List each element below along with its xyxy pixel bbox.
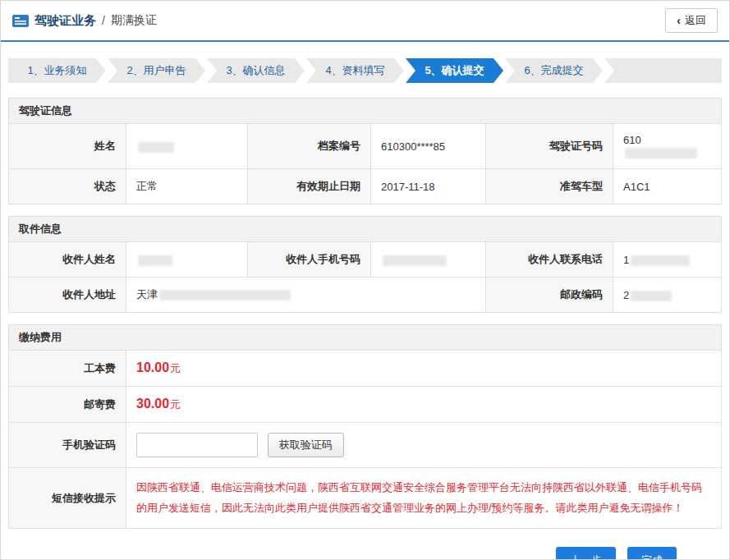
field-value-license-number: 610: [613, 124, 722, 169]
fee-amount: 10.00: [136, 360, 169, 374]
sms-notice-text: 因陕西省联通、电信运营商技术问题，陕西省互联网交通安全综合服务管理平台无法向持陕…: [136, 478, 711, 518]
pickup-info-table: 收件人姓名 收件人手机号码 收件人联系电话 1 收件人地址 天津 邮政编码 2: [8, 241, 722, 313]
field-value-name: [126, 124, 248, 169]
fee-value-production: 10.00元: [126, 351, 722, 387]
step-6-complete-submit[interactable]: 6、完成提交: [505, 58, 603, 83]
table-row: 姓名 档案编号 610300****85 驾驶证号码 610: [9, 124, 722, 169]
fee-unit: 元: [170, 398, 181, 411]
page-subtitle: 期满换证: [111, 13, 157, 28]
section-title: 取件信息: [8, 216, 722, 242]
step-5-confirm-submit[interactable]: 5、确认提交: [406, 58, 503, 83]
redacted-value: [138, 142, 174, 153]
sms-notice-cell: 因陕西省联通、电信运营商技术问题，陕西省互联网交通安全综合服务管理平台无法向持陕…: [126, 468, 722, 529]
section-pickup-info: 取件信息 收件人姓名 收件人手机号码 收件人联系电话 1 收件人地址 天津 邮政…: [8, 216, 722, 313]
previous-step-button[interactable]: 上一步: [556, 547, 616, 560]
field-label-file-number: 档案编号: [248, 124, 371, 169]
field-value-recipient-name: [126, 242, 248, 278]
field-value-file-number: 610300****85: [371, 124, 486, 169]
field-value-postal-code: 2: [613, 278, 722, 313]
redacted-value: [631, 291, 672, 301]
section-license-info: 驾驶证信息 姓名 档案编号 610300****85 驾驶证号码 610 状态 …: [8, 98, 722, 204]
fee-unit: 元: [170, 362, 181, 374]
field-value-recipient-phone: 1: [613, 242, 722, 278]
redacted-value: [138, 255, 172, 266]
breadcrumb: 驾驶证业务 / 期满换证: [12, 13, 157, 29]
field-value-status: 正常: [126, 169, 248, 204]
redacted-value: [625, 148, 697, 158]
field-label-recipient-name: 收件人姓名: [9, 242, 126, 278]
field-value-recipient-mobile: [371, 242, 486, 278]
table-row: 手机验证码 获取验证码: [9, 423, 722, 468]
field-label-sms-notice: 短信接收提示: [9, 468, 126, 529]
field-label-license-number: 驾驶证号码: [486, 124, 613, 169]
breadcrumb-separator: /: [102, 14, 105, 27]
redacted-value: [631, 255, 690, 266]
section-title: 缴纳费用: [8, 324, 722, 351]
table-row: 收件人地址 天津 邮政编码 2: [9, 278, 722, 313]
fee-label-postage: 邮寄费: [9, 387, 126, 423]
back-button[interactable]: ‹ 返回: [665, 8, 718, 33]
table-row: 收件人姓名 收件人手机号码 收件人联系电话 1: [9, 242, 722, 278]
section-title: 驾驶证信息: [8, 98, 722, 124]
step-wizard: 1、业务须知 2、用户申告 3、确认信息 4、资料填写 5、确认提交 6、完成提…: [8, 58, 722, 83]
field-label-status: 状态: [9, 169, 126, 204]
get-sms-code-button[interactable]: 获取验证码: [268, 433, 344, 457]
redacted-value: [159, 290, 291, 301]
field-label-vehicle-class: 准驾车型: [486, 169, 613, 204]
step-1-business-notice[interactable]: 1、业务须知: [8, 58, 106, 83]
finish-button[interactable]: 完成: [627, 547, 677, 560]
table-row: 状态 正常 有效期止日期 2017-11-18 准驾车型 A1C1: [9, 169, 722, 204]
field-value-vehicle-class: A1C1: [613, 169, 722, 204]
fee-label-production: 工本费: [9, 351, 126, 387]
step-3-confirm-info[interactable]: 3、确认信息: [207, 58, 305, 83]
section-fees: 缴纳费用 工本费 10.00元 邮寄费 30.00元 手机验证码: [8, 324, 722, 529]
sms-code-input[interactable]: [136, 433, 258, 457]
field-label-name: 姓名: [9, 124, 126, 169]
fee-value-postage: 30.00元: [126, 387, 722, 423]
field-value-recipient-address: 天津: [126, 278, 486, 313]
field-value-expiry-date: 2017-11-18: [371, 169, 486, 204]
page-container: 驾驶证业务 / 期满换证 ‹ 返回 1、业务须知 2、用户申告 3、确认信息 4…: [0, 0, 730, 560]
field-label-recipient-mobile: 收件人手机号码: [248, 242, 371, 278]
field-label-expiry-date: 有效期止日期: [248, 169, 371, 204]
step-2-user-declaration[interactable]: 2、用户申告: [108, 58, 205, 83]
redacted-value: [383, 255, 447, 266]
field-label-postal-code: 邮政编码: [486, 278, 613, 313]
fees-table: 工本费 10.00元 邮寄费 30.00元 手机验证码 获取验证码 短信接收提: [8, 350, 722, 529]
field-label-sms-code: 手机验证码: [9, 423, 126, 468]
footer-actions: 上一步 完成: [1, 540, 729, 560]
field-label-recipient-phone: 收件人联系电话: [486, 242, 613, 278]
step-4-fill-data[interactable]: 4、资料填写: [306, 58, 404, 83]
sms-code-cell: 获取验证码: [126, 423, 722, 468]
table-row: 工本费 10.00元: [9, 351, 722, 387]
field-label-recipient-address: 收件人地址: [9, 278, 126, 313]
page-title: 驾驶证业务: [34, 13, 96, 29]
license-info-table: 姓名 档案编号 610300****85 驾驶证号码 610 状态 正常 有效期…: [8, 123, 722, 204]
back-chevron-icon: ‹: [677, 15, 681, 26]
table-row: 邮寄费 30.00元: [9, 387, 722, 423]
back-button-label: 返回: [685, 13, 706, 28]
fee-amount: 30.00: [136, 397, 169, 411]
step-bar-filler: [604, 58, 722, 83]
table-row: 短信接收提示 因陕西省联通、电信运营商技术问题，陕西省互联网交通安全综合服务管理…: [9, 468, 722, 529]
page-header: 驾驶证业务 / 期满换证 ‹ 返回: [1, 1, 729, 42]
license-business-icon: [12, 15, 29, 27]
